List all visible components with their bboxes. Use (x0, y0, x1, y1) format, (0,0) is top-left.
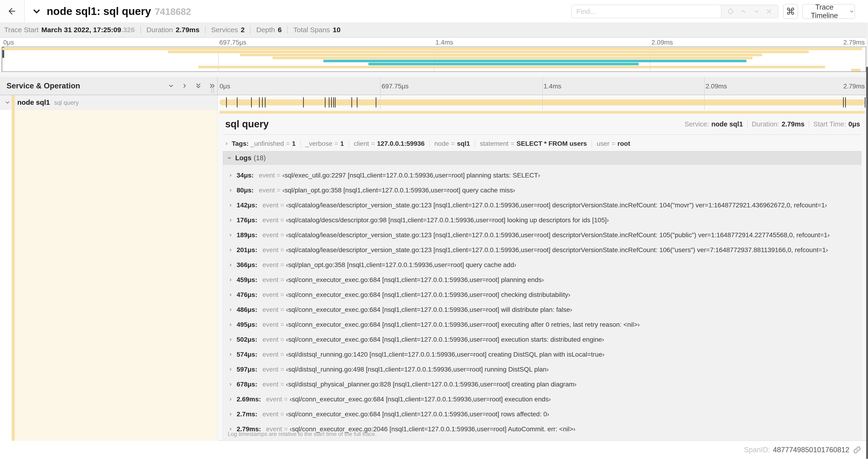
log-row[interactable]: 201μs:event=‹sql/catalog/lease/descripto… (223, 242, 861, 258)
log-row[interactable]: 2.7ms:event=‹sql/conn_executor_exec.go:6… (223, 407, 861, 422)
expand-log-icon[interactable] (228, 412, 233, 417)
logs-footnote: Log timestamps are relative to the start… (228, 431, 377, 437)
find-input[interactable] (571, 5, 721, 18)
log-row[interactable]: 366μs:event=‹sql/plan_opt.go:358 [nsql1,… (223, 258, 861, 272)
log-field-value: ‹sql/conn_executor_exec.go:684 [nsql1,cl… (286, 291, 570, 299)
log-field-key: event (262, 231, 279, 239)
expand-log-icon[interactable] (228, 397, 233, 402)
log-field-value: ‹sql/distsql_physical_planner.go:828 [ns… (286, 381, 577, 388)
double-chevron-down-icon[interactable] (195, 82, 202, 90)
view-selector-label: Trace Timeline (803, 3, 846, 20)
back-button[interactable] (0, 0, 25, 22)
log-timestamp: 678μs: (237, 381, 257, 388)
span-row-label[interactable]: node sql1sql query (0, 95, 218, 110)
close-icon[interactable] (766, 8, 773, 15)
log-row[interactable]: 2.69ms:event=‹sql/conn_executor_exec.go:… (223, 392, 861, 407)
tag-item[interactable]: node=sql1 (434, 140, 470, 147)
span-id-label: SpanID: (744, 446, 770, 454)
expand-log-icon[interactable] (228, 188, 233, 193)
log-timestamp: 80μs: (237, 187, 254, 194)
tags-row[interactable]: Tags: _unfinished=1_verbose=1client=127.… (224, 137, 860, 150)
span-color-accent (12, 110, 15, 441)
summary-item-value: 6 (278, 26, 282, 34)
expand-log-icon[interactable] (228, 263, 233, 267)
tag-key: user (597, 140, 609, 147)
log-row[interactable]: 486μs:event=‹sql/conn_executor_exec.go:6… (223, 302, 861, 317)
gridline (704, 77, 705, 95)
chevron-down-icon[interactable] (4, 99, 11, 106)
expand-log-icon[interactable] (228, 292, 233, 297)
stat-separator (809, 120, 809, 128)
axis-tick-label: 0μs (220, 83, 230, 90)
log-row[interactable]: 476μs:event=‹sql/conn_executor_exec.go:6… (223, 287, 861, 302)
tag-item[interactable]: statement=SELECT * FROM users (480, 140, 587, 147)
log-row[interactable]: 34μs:event=‹sql/exec_util.go:2297 [nsql1… (223, 168, 861, 183)
trace-id: 7418682 (155, 6, 191, 17)
log-row[interactable]: 597μs:event=‹sql/distsql_running.go:498 … (223, 362, 861, 377)
expand-log-icon[interactable] (228, 352, 233, 357)
equals-sign: = (451, 140, 455, 147)
log-row[interactable]: 80μs:event=‹sql/plan_opt.go:358 [nsql1,c… (223, 183, 861, 198)
expand-log-icon[interactable] (228, 203, 233, 207)
log-row[interactable]: 678μs:event=‹sql/distsql_physical_planne… (223, 377, 861, 392)
tag-item[interactable]: client=127.0.0.1:59936 (354, 140, 425, 147)
log-row[interactable]: 189μs:event=‹sql/catalog/lease/descripto… (223, 228, 861, 242)
minimap-span-bar (851, 69, 861, 71)
axis-tick-label: 2.09ms (706, 83, 727, 90)
logs-header[interactable]: Logs (18) (223, 151, 862, 165)
log-marker (335, 97, 336, 107)
collapse-trace-icon[interactable] (32, 6, 41, 16)
log-row[interactable]: 459μs:event=‹sql/conn_executor_exec.go:6… (223, 272, 861, 287)
expand-tags-icon[interactable] (224, 141, 229, 146)
expand-log-icon[interactable] (228, 322, 233, 327)
log-timestamp: 189μs: (237, 231, 257, 239)
minimap-span-bar (168, 51, 808, 53)
expand-log-icon[interactable] (228, 307, 233, 312)
link-icon[interactable] (853, 446, 861, 454)
chevron-down-icon[interactable] (753, 8, 760, 15)
expand-log-icon[interactable] (228, 337, 233, 342)
chevron-up-icon[interactable] (740, 8, 747, 15)
chevron-down-icon[interactable] (167, 82, 175, 89)
minimap-canvas[interactable] (2, 47, 866, 72)
log-row[interactable]: 142μs:event=‹sql/catalog/lease/descripto… (223, 198, 861, 213)
log-row[interactable]: 574μs:event=‹sql/distsql_running.go:1420… (223, 347, 861, 362)
chevron-right-icon[interactable] (181, 82, 188, 89)
tag-item[interactable]: _verbose=1 (305, 140, 344, 147)
span-footer: SpanID: 4877749850101760812 (0, 441, 868, 459)
log-marker (262, 97, 263, 107)
log-row[interactable]: 502μs:event=‹sql/conn_executor_exec.go:6… (223, 332, 861, 347)
expand-log-icon[interactable] (228, 173, 233, 178)
log-field-value: ‹sql/distsql_running.go:498 [nsql1,clien… (286, 366, 549, 373)
tag-item[interactable]: user=root (597, 140, 630, 147)
log-field-key: event (262, 336, 279, 343)
expand-log-icon[interactable] (228, 218, 233, 223)
span-detail-panel: sql query Service:node sql1Duration:2.79… (218, 110, 866, 441)
tags-label: Tags: (232, 140, 249, 147)
stat-label: Duration: (752, 120, 779, 128)
tag-key: _unfinished (251, 140, 284, 147)
log-row[interactable]: 176μs:event=‹sql/catalog/descs/descripto… (223, 213, 861, 228)
view-selector-button[interactable]: Trace Timeline (802, 4, 855, 19)
tag-item[interactable]: _unfinished=1 (251, 140, 296, 147)
gridline (542, 77, 543, 95)
expand-log-icon[interactable] (228, 248, 233, 252)
column-resize-grip[interactable]: || (211, 87, 215, 94)
expand-log-icon[interactable] (228, 277, 233, 282)
span-row-timeline (218, 95, 866, 110)
collapse-logs-icon[interactable] (227, 155, 232, 160)
summary-item: Total Spans10 (293, 26, 340, 34)
log-row[interactable]: 495μs:event=‹sql/conn_executor_exec.go:6… (223, 317, 861, 332)
vertical-scrollbar[interactable] (866, 22, 868, 459)
summary-separator (141, 26, 141, 34)
expand-log-icon[interactable] (228, 382, 233, 387)
scrollbar-thumb[interactable] (866, 67, 868, 459)
equals-sign: = (280, 201, 284, 209)
keyboard-shortcuts-button[interactable]: ⌘ (783, 4, 798, 19)
logs-count: (18) (254, 154, 266, 162)
log-field-key: event (262, 291, 279, 299)
expand-log-icon[interactable] (228, 367, 233, 372)
expand-log-icon[interactable] (228, 233, 233, 237)
crosshair-icon[interactable] (727, 8, 734, 15)
tag-key: _verbose (305, 140, 332, 147)
